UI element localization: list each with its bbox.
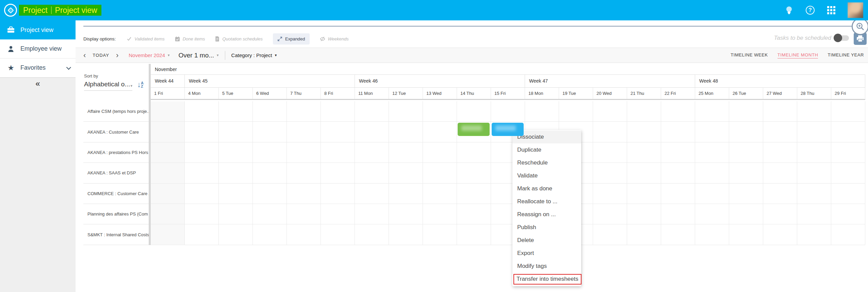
grid-cell[interactable] <box>729 224 763 244</box>
option-expanded[interactable]: Expanded <box>273 33 310 45</box>
grid-cell[interactable] <box>763 163 797 183</box>
grid-cell[interactable] <box>763 204 797 224</box>
grid-cell[interactable] <box>729 184 763 204</box>
grid-cell[interactable] <box>151 184 185 204</box>
grid-cell[interactable] <box>355 163 389 183</box>
sidebar-item-project-view[interactable]: Project view <box>0 20 76 39</box>
project-row-label[interactable]: Planning des affaires PS (Com ... <box>83 204 149 224</box>
context-menu-item[interactable]: Duplicate <box>512 143 581 156</box>
grid-cell[interactable] <box>219 101 253 121</box>
range-selector[interactable]: Over 1 mo... ▾ <box>179 52 219 59</box>
grid-cell[interactable] <box>151 204 185 224</box>
grid-cell[interactable] <box>593 163 627 183</box>
context-menu-item[interactable]: Validate <box>512 169 581 182</box>
grid-cell[interactable] <box>185 163 219 183</box>
grid-cell[interactable] <box>491 101 525 121</box>
grid-cell[interactable] <box>389 224 423 244</box>
zoom-search-icon[interactable] <box>852 18 868 35</box>
sidebar-item-employee-view[interactable]: Employee view <box>0 39 76 58</box>
apps-grid-icon[interactable] <box>826 5 836 15</box>
grid-cell[interactable] <box>185 142 219 162</box>
grid-cell[interactable] <box>729 122 763 142</box>
context-menu-item[interactable]: Reschedule <box>512 156 581 169</box>
grid-cell[interactable] <box>695 224 729 244</box>
grid-cell[interactable] <box>457 224 491 244</box>
grid-cell[interactable] <box>797 184 831 204</box>
grid-cell[interactable] <box>797 224 831 244</box>
grid-cell[interactable] <box>423 163 457 183</box>
grid-cell[interactable] <box>627 224 661 244</box>
grid-cell[interactable] <box>151 142 185 162</box>
grid-cell[interactable] <box>389 184 423 204</box>
sidebar-collapse-button[interactable]: « <box>0 78 76 89</box>
grid-cell[interactable] <box>151 122 185 142</box>
grid-cell[interactable] <box>185 101 219 121</box>
grid-cell[interactable] <box>219 184 253 204</box>
grid-cell[interactable] <box>457 204 491 224</box>
schedule-bar[interactable] <box>458 123 490 136</box>
grid-cell[interactable] <box>423 224 457 244</box>
grid-cell[interactable] <box>253 142 287 162</box>
grid-cell[interactable] <box>525 101 559 121</box>
schedule-bar[interactable] <box>492 123 524 136</box>
grid-cell[interactable] <box>661 101 695 121</box>
grid-cell[interactable] <box>457 184 491 204</box>
grid-cell[interactable] <box>627 204 661 224</box>
grid-cell[interactable] <box>593 204 627 224</box>
grid-cell[interactable] <box>185 122 219 142</box>
timeline-scale-tab[interactable]: TIMELINE WEEK <box>731 52 768 58</box>
grid-cell[interactable] <box>321 163 355 183</box>
project-row-label[interactable]: COMMERCE : Customer Care /... <box>83 184 149 204</box>
grid-cell[interactable] <box>627 101 661 121</box>
sidebar-item-favorites[interactable]: ★ Favorites <box>0 58 76 78</box>
grid-cell[interactable] <box>219 142 253 162</box>
today-button[interactable]: TODAY <box>93 53 109 58</box>
grid-cell[interactable] <box>763 224 797 244</box>
grid-cell[interactable] <box>627 122 661 142</box>
grid-cell[interactable] <box>831 224 865 244</box>
context-menu-item[interactable]: Reassign on ... <box>512 208 581 221</box>
grid-cell[interactable] <box>831 122 865 142</box>
grid-cell[interactable] <box>695 101 729 121</box>
project-row-label[interactable]: AKANEA : prestations PS Hors ... <box>83 142 149 163</box>
grid-cell[interactable] <box>389 101 423 121</box>
grid-cell[interactable] <box>253 163 287 183</box>
grid-cell[interactable] <box>661 163 695 183</box>
grid-cell[interactable] <box>355 122 389 142</box>
grid-cell[interactable] <box>627 163 661 183</box>
project-row-label[interactable]: AKANEA : SAAS et DSP <box>83 163 149 183</box>
grid-cell[interactable] <box>831 163 865 183</box>
category-selector[interactable]: Category : Project ▾ <box>231 52 277 58</box>
grid-cell[interactable] <box>253 204 287 224</box>
grid-cell[interactable] <box>593 122 627 142</box>
grid-cell[interactable] <box>287 163 321 183</box>
grid-cell[interactable] <box>729 101 763 121</box>
project-row-label[interactable]: Affaire CSM (temps hors proje... <box>83 101 149 122</box>
next-period-button[interactable]: › <box>116 52 118 59</box>
grid-cell[interactable] <box>321 122 355 142</box>
project-row-label[interactable]: AKANEA : Customer Care <box>83 122 149 142</box>
grid-cell[interactable] <box>355 101 389 121</box>
context-menu-item[interactable]: Modify tags <box>512 260 581 273</box>
context-menu-item[interactable]: Delete <box>512 234 581 247</box>
grid-cell[interactable] <box>763 122 797 142</box>
grid-cell[interactable] <box>831 142 865 162</box>
grid-cell[interactable] <box>151 224 185 244</box>
grid-cell[interactable] <box>763 184 797 204</box>
grid-cell[interactable] <box>321 101 355 121</box>
grid-cell[interactable] <box>287 224 321 244</box>
grid-cell[interactable] <box>253 224 287 244</box>
grid-cell[interactable] <box>593 224 627 244</box>
grid-cell[interactable] <box>661 204 695 224</box>
option-weekends[interactable]: Weekends <box>320 36 349 41</box>
grid-cell[interactable] <box>627 142 661 162</box>
grid-cell[interactable] <box>661 122 695 142</box>
context-menu-item[interactable]: Transfer into timesheets <box>512 273 581 286</box>
grid-cell[interactable] <box>321 184 355 204</box>
grid-cell[interactable] <box>661 142 695 162</box>
grid-cell[interactable] <box>695 184 729 204</box>
grid-cell[interactable] <box>253 101 287 121</box>
grid-cell[interactable] <box>763 101 797 121</box>
tasks-toggle[interactable] <box>835 35 849 41</box>
grid-cell[interactable] <box>321 224 355 244</box>
